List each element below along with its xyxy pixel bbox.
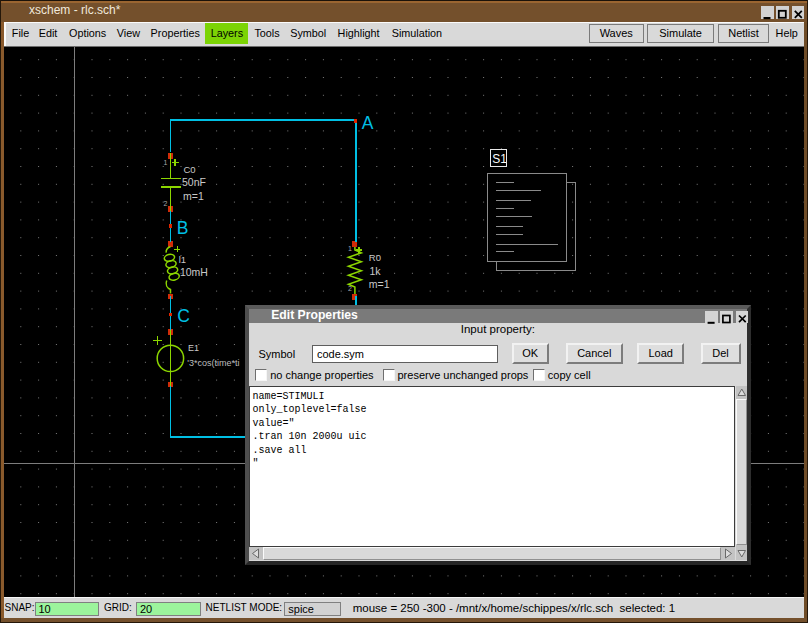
svg-text:m=1: m=1 [369, 278, 390, 290]
svg-text:2: 2 [164, 200, 168, 207]
svg-text:S1: S1 [492, 152, 507, 166]
svg-text:l1: l1 [179, 254, 186, 265]
svg-text:m=1: m=1 [183, 190, 204, 202]
svg-text:C: C [177, 306, 190, 326]
svg-text:10mH: 10mH [180, 266, 208, 278]
svg-text:1: 1 [164, 159, 168, 166]
svg-text:B: B [177, 218, 189, 238]
svg-text:A: A [362, 113, 374, 133]
svg-text:R0: R0 [369, 252, 381, 263]
svg-text:'3*cos(time*ti: '3*cos(time*ti [187, 358, 239, 368]
svg-text:2: 2 [348, 285, 352, 292]
svg-text:1k: 1k [369, 265, 381, 277]
svg-text:E1: E1 [188, 343, 199, 353]
svg-text:1: 1 [348, 245, 352, 252]
svg-text:C0: C0 [183, 164, 195, 175]
svg-text:50nF: 50nF [182, 176, 206, 188]
